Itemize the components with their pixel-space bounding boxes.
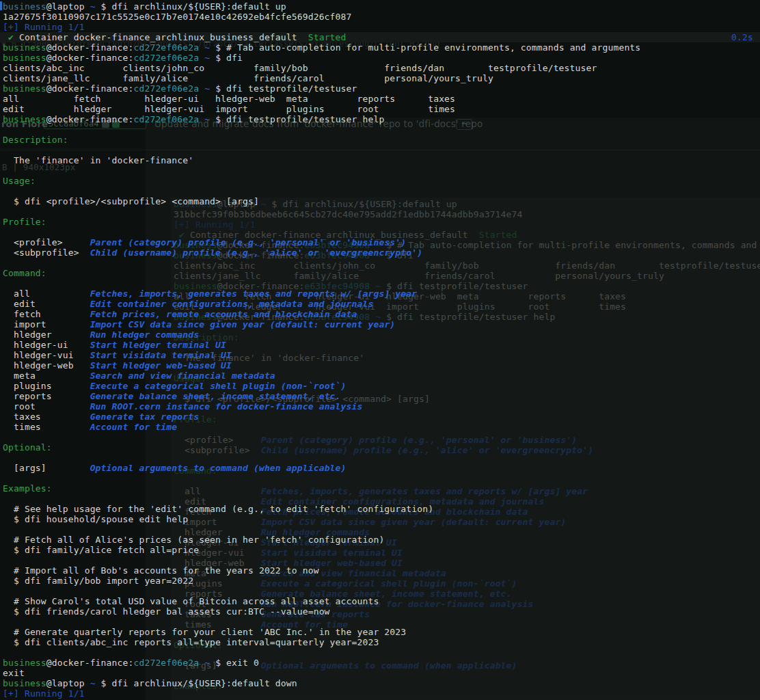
terminal-line: # Show Carol's total USD value of Bitcoi… [3,596,760,606]
terminal-line [3,258,760,268]
terminal-line: all Fetches, imports, generates taxes an… [3,288,760,299]
terminal-line: exit [3,668,760,678]
terminal-line: hledger Run hledger commands [3,329,760,340]
terminal-line: $ dfi family/bob import year=2022 [3,576,760,586]
terminal-line [3,432,760,442]
terminal-line: business@docker-finance:cd272ef06e2a ~ $… [3,42,760,53]
cursor-bar [0,1,2,10]
terminal-line: [+] Running 1/1 [3,688,760,699]
terminal-line: Examples: [3,483,760,494]
terminal-line: # Fetch all of Alice's prices (as seen i… [3,535,760,545]
terminal-line [3,617,760,627]
terminal-line: <profile> Parent (category) profile (e.g… [3,237,760,247]
terminal-output: business@laptop ~ $ dfi archlinux/${USER… [0,0,760,699]
terminal-line: plugins Execute a categorical shell plug… [3,381,760,391]
terminal-line: # Import all of Bob's accounts for the y… [3,565,760,576]
terminal-line: all fetch hledger-ui hledger-web meta re… [3,94,760,104]
terminal-line: # See help usage for the 'edit' command … [3,504,760,514]
terminal-line: business@docker-finance:cd272ef06e2a ~ $… [3,114,760,124]
terminal-line: root Run ROOT.cern instance for docker-f… [3,401,760,412]
terminal-line [3,145,760,155]
check-icon: ✔ [3,32,19,42]
terminal-line [3,453,760,463]
terminal-line: $ dfi household/spouse edit help [3,514,760,524]
terminal-line: $ dfi <profile>/<subprofile> <command> [… [3,196,760,206]
terminal-screen: 0.0.1:3000/EvergreenCrypto/dfi-docs/src/… [0,0,760,700]
terminal-line [3,494,760,504]
terminal-line: [args] Optional arguments to command (wh… [3,463,760,473]
terminal-line: edit hledger hledger-vui import plugins … [3,104,760,114]
terminal-line: business@laptop ~ $ dfi archlinux/${USER… [3,678,760,688]
terminal-line: hledger-web Start hledger web-based UI [3,360,760,371]
terminal-line: Description: [3,135,760,145]
terminal-line: business@docker-finance:cd272ef06e2a ~ $… [3,83,760,94]
terminal-line [3,227,760,237]
terminal-line: times Account for time [3,422,760,432]
terminal-line: business@docker-finance:cd272ef06e2a ~ $… [3,658,760,668]
terminal-line: meta Search and view financial metadata [3,371,760,381]
terminal-line [3,555,760,565]
terminal-line: [+] Running 1/1 [3,22,760,32]
terminal-line: Profile: [3,217,760,227]
terminal-line: fetch Fetch prices, remote accounts and … [3,309,760,319]
terminal-line: # Generate quarterly reports for your cl… [3,627,760,637]
terminal-line: 1a27675f30110907c171c5525e0c17b7e0174e10… [3,12,760,22]
terminal-line [3,524,760,535]
terminal-line: Usage: [3,176,760,186]
terminal-line [3,186,760,196]
elapsed-time: 0.2s [731,32,753,42]
terminal-line: <subprofile> Child (username) profile (e… [3,247,760,258]
container-status-row: ✔ Container docker-finance_archlinux_bus… [0,32,760,42]
terminal-line [3,165,760,176]
terminal-line: taxes Generate tax reports [3,412,760,422]
terminal-line: hledger-ui Start hledger terminal UI [3,340,760,350]
terminal-line: hledger-vui Start visidata terminal UI [3,350,760,360]
terminal-line: clients/jane_llc family/alice friends/ca… [3,73,760,83]
terminal-line: $ dfi family/alice fetch all=price [3,545,760,555]
terminal-line: business@laptop ~ $ dfi archlinux/${USER… [3,1,760,12]
terminal-line [3,278,760,288]
terminal-line: edit Edit container configurations, meta… [3,299,760,309]
terminal-line: reports Generate balance sheet, income s… [3,391,760,401]
terminal-line: $ dfi clients/abc_inc reports all=type i… [3,637,760,647]
terminal-line [3,473,760,483]
terminal-line: clients/abc_inc clients/john_co family/b… [3,63,760,73]
terminal-line [3,647,760,658]
terminal-line: Optional: [3,442,760,453]
terminal-line [3,124,760,135]
terminal-line: business@docker-finance:cd272ef06e2a ~ $… [3,53,760,63]
terminal-line: import Import CSV data since given year … [3,319,760,329]
terminal-line: Command: [3,268,760,278]
terminal-line: The 'finance' in 'docker-finance' [3,155,760,165]
terminal-line [3,586,760,596]
terminal-line: $ dfi friends/carol hledger bal assets c… [3,606,760,617]
terminal-line [3,206,760,217]
